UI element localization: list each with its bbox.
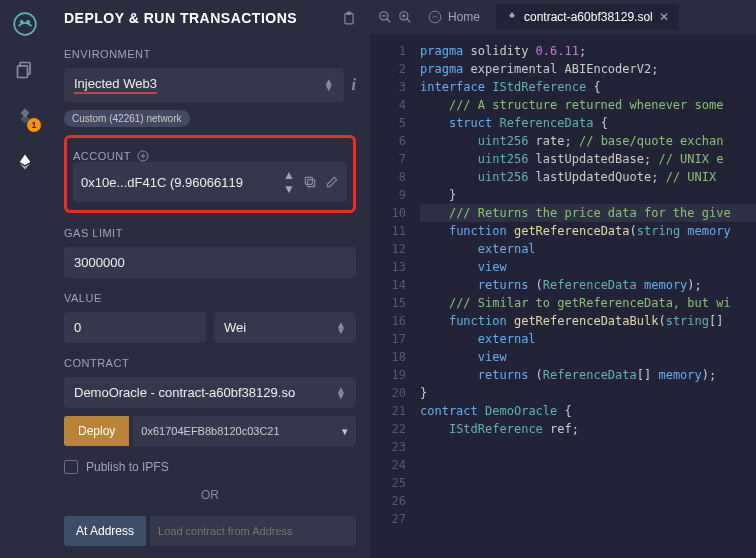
logo-icon[interactable] (11, 10, 39, 38)
contract-select[interactable]: DemoOracle - contract-a60bf38129.so ▲▼ (64, 377, 356, 408)
publish-checkbox-row[interactable]: Publish to IPFS (64, 460, 356, 474)
value-amount-input[interactable]: 0 (64, 312, 206, 343)
panel-title: DEPLOY & RUN TRANSACTIONS (64, 10, 297, 26)
at-address-input[interactable] (150, 516, 356, 546)
svg-point-12 (429, 11, 441, 23)
gas-limit-input[interactable]: 3000000 (64, 247, 356, 278)
copy-icon[interactable] (303, 175, 317, 189)
value-unit-select[interactable]: Wei ▲▼ (214, 312, 356, 343)
svg-point-2 (27, 21, 29, 23)
tab-contract-file[interactable]: contract-a60bf38129.sol ✕ (496, 4, 679, 30)
chevron-down-icon: ▾ (342, 425, 348, 438)
account-select[interactable]: 0x10e...dF41C (9.96066119 ▲▼ (73, 162, 347, 202)
svg-point-0 (14, 13, 36, 35)
zoom-out-icon[interactable] (378, 10, 392, 24)
info-icon[interactable]: i (352, 76, 356, 94)
deploy-button[interactable]: Deploy (64, 416, 129, 446)
value-label: VALUE (64, 292, 356, 304)
contract-label: CONTRACT (64, 357, 356, 369)
deploy-panel: DEPLOY & RUN TRANSACTIONS ENVIRONMENT In… (50, 0, 370, 558)
code-area[interactable]: 1234567891011121314151617181920212223242… (370, 34, 756, 558)
tab-home[interactable]: Home (418, 4, 490, 30)
account-highlight: ACCOUNT 0x10e...dF41C (9.96066119 ▲▼ (64, 135, 356, 213)
editor-toolbar: Home contract-a60bf38129.sol ✕ (370, 0, 756, 34)
badge: 1 (27, 118, 41, 132)
svg-rect-4 (18, 66, 28, 78)
deploy-icon[interactable] (11, 148, 39, 176)
editor-pane: Home contract-a60bf38129.sol ✕ 123456789… (370, 0, 756, 558)
account-label: ACCOUNT (73, 150, 347, 162)
network-pill: Custom (42261) network (64, 110, 190, 127)
publish-label: Publish to IPFS (86, 460, 169, 474)
code-content[interactable]: pragma solidity 0.6.11;pragma experiment… (420, 34, 756, 558)
chevron-icon: ▲▼ (324, 79, 334, 91)
svg-rect-8 (308, 180, 315, 187)
edit-icon[interactable] (325, 175, 339, 189)
panel-header: DEPLOY & RUN TRANSACTIONS (64, 10, 356, 26)
environment-select[interactable]: Injected Web3 ▲▼ (64, 68, 344, 102)
icon-sidebar: 1 (0, 0, 50, 558)
environment-label: ENVIRONMENT (64, 48, 356, 60)
gas-limit-label: GAS LIMIT (64, 227, 356, 239)
solidity-icon[interactable]: 1 (11, 102, 39, 130)
svg-point-1 (21, 21, 23, 23)
close-icon[interactable]: ✕ (659, 10, 669, 24)
deploy-address-input[interactable]: 0x61704EFB8b8120c03C21 ▾ (133, 416, 356, 446)
clipboard-icon[interactable] (342, 11, 356, 25)
chevron-icon: ▲▼ (283, 168, 295, 196)
or-separator: OR (64, 488, 356, 502)
line-gutter: 1234567891011121314151617181920212223242… (370, 34, 420, 558)
chevron-icon: ▲▼ (336, 322, 346, 334)
add-account-icon[interactable] (137, 150, 149, 162)
at-address-button[interactable]: At Address (64, 516, 146, 546)
checkbox[interactable] (64, 460, 78, 474)
zoom-in-icon[interactable] (398, 10, 412, 24)
svg-rect-9 (305, 177, 312, 184)
files-icon[interactable] (11, 56, 39, 84)
chevron-icon: ▲▼ (336, 387, 346, 399)
